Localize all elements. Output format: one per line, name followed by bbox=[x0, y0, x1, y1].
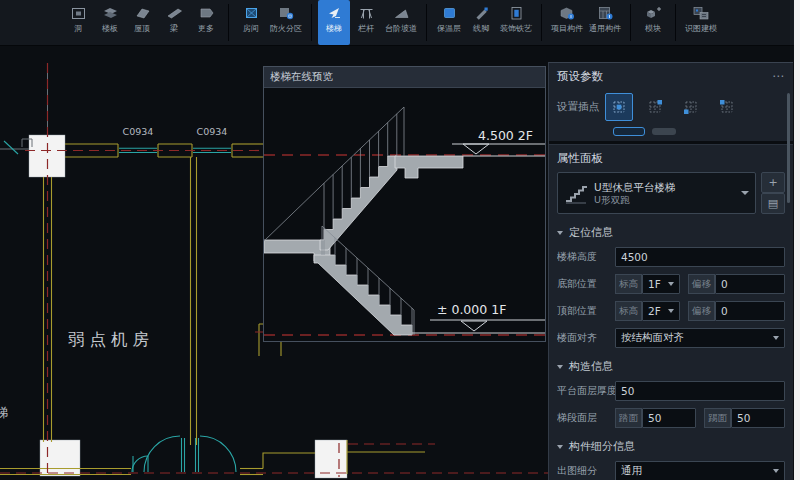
toolbar-divider bbox=[541, 4, 542, 41]
insert-point-top-right-button[interactable] bbox=[641, 93, 669, 121]
top-level-select[interactable]: 2F bbox=[642, 301, 680, 321]
stair-type-text: U型休息平台楼梯 U形双跑 bbox=[594, 181, 741, 206]
window-door-lines bbox=[4, 141, 236, 472]
toolbar-button-hole[interactable]: 洞 bbox=[62, 0, 94, 45]
toolbar-divider bbox=[675, 4, 676, 41]
top-position-row: 顶部位置 标高 2F 偏移 bbox=[557, 301, 785, 321]
molding-icon bbox=[473, 4, 490, 22]
stair-preview-window[interactable]: 楼梯在线预览 bbox=[263, 66, 546, 342]
more-icon bbox=[198, 4, 215, 22]
bottom-level-select[interactable]: 1F bbox=[642, 274, 680, 294]
platform-thickness-input[interactable] bbox=[615, 381, 785, 401]
decor-ironwork-icon bbox=[508, 4, 525, 22]
toolbar-button-cad-modeling[interactable]: 识图建模 bbox=[682, 0, 720, 45]
toolbar-button-roof[interactable]: 屋顶 bbox=[126, 0, 158, 45]
run-finish-label: 梯段面层 bbox=[557, 411, 615, 425]
toolbar-button-room[interactable]: 房间 bbox=[235, 0, 267, 45]
toolbar-button-generic-component[interactable]: 通用构件 bbox=[586, 0, 624, 45]
collapse-icon bbox=[557, 365, 563, 369]
toolbar-group-stairs: 楼梯 栏杆 台阶坡道 bbox=[314, 0, 424, 45]
type-buttons: + ▤ bbox=[761, 172, 785, 214]
bottom-offset-input[interactable] bbox=[715, 274, 785, 294]
window-tag-label: C0934 bbox=[123, 126, 154, 137]
manage-type-button[interactable]: ▤ bbox=[761, 193, 785, 214]
chevron-down-icon bbox=[668, 282, 674, 286]
toolbar-divider bbox=[630, 4, 631, 41]
toolbar-group-structure: 洞 楼板 屋顶 梁 更多 bbox=[58, 0, 226, 45]
stair-type-name: U型休息平台楼梯 bbox=[594, 181, 741, 194]
properties-panel: 预设参数 ⋯ 设置插点 属性面板 bbox=[548, 62, 793, 480]
toolbar-button-decor-ironwork[interactable]: 装饰铁艺 bbox=[497, 0, 535, 45]
stair-height-input[interactable] bbox=[615, 247, 785, 267]
toolbar-button-fire-zone[interactable]: 防火分区 bbox=[267, 0, 305, 45]
insert-point-label: 设置插点 bbox=[557, 100, 605, 114]
toolbar-button-slab[interactable]: 楼板 bbox=[94, 0, 126, 45]
toolbar-button-insulation[interactable]: 保温层 bbox=[433, 0, 465, 45]
room-icon bbox=[243, 4, 260, 22]
floor-align-row: 楼面对齐 按结构面对齐 bbox=[557, 328, 785, 348]
collapse-icon bbox=[557, 445, 563, 449]
preview-body: 4.500 2F ± 0.000 1F bbox=[264, 88, 545, 342]
toolbar-group-finish: 保温层 线脚 装饰铁艺 bbox=[429, 0, 539, 45]
section-positioning-title: 定位信息 bbox=[569, 225, 613, 240]
stair-flights bbox=[264, 156, 463, 335]
properties-title: 属性面板 bbox=[557, 151, 603, 166]
fire-zone-icon bbox=[277, 4, 295, 22]
properties-header: 属性面板 bbox=[549, 145, 793, 169]
toolbar-group-space: 房间 防火分区 bbox=[231, 0, 309, 45]
stair-type-select[interactable]: U型休息平台楼梯 U形双跑 bbox=[557, 172, 756, 214]
top-position-label: 顶部位置 bbox=[557, 304, 615, 318]
insert-point-center-button[interactable] bbox=[605, 93, 633, 121]
chevron-down-icon bbox=[773, 336, 779, 340]
insulation-icon bbox=[441, 4, 458, 22]
section-construction-title: 构造信息 bbox=[569, 359, 613, 374]
orientation-row bbox=[549, 123, 793, 136]
floor-align-select[interactable]: 按结构面对齐 bbox=[615, 328, 785, 348]
collapse-icon bbox=[557, 231, 563, 235]
column-block bbox=[40, 440, 80, 476]
slab-icon bbox=[102, 4, 119, 22]
room-name-label: 弱点机房 bbox=[68, 330, 154, 349]
project-component-icon bbox=[558, 4, 576, 22]
more-options-icon[interactable]: ⋯ bbox=[772, 69, 785, 83]
orientation-option-selected[interactable] bbox=[613, 127, 645, 136]
toolbar-button-beam[interactable]: 梁 bbox=[158, 0, 190, 45]
toolbar-button-molding[interactable]: 线脚 bbox=[465, 0, 497, 45]
application-window: 洞 楼板 屋顶 梁 更多 bbox=[0, 0, 800, 480]
offset-prefix-chip: 偏移 bbox=[688, 301, 715, 321]
stairs-icon bbox=[325, 4, 343, 22]
toolbar-button-railing[interactable]: 栏杆 bbox=[350, 0, 382, 45]
preview-title-bar[interactable]: 楼梯在线预览 bbox=[264, 67, 545, 88]
tread-input[interactable] bbox=[642, 408, 696, 428]
orientation-option[interactable] bbox=[652, 128, 676, 135]
level-1f-label: ± 0.000 1F bbox=[437, 302, 506, 317]
toolbar-button-more[interactable]: 更多 bbox=[190, 0, 222, 45]
tread-prefix-chip: 踏面 bbox=[615, 408, 642, 428]
top-offset-input[interactable] bbox=[715, 301, 785, 321]
chevron-down-icon bbox=[741, 191, 749, 195]
insert-point-bottom-left-button[interactable] bbox=[677, 93, 705, 121]
add-type-button[interactable]: + bbox=[761, 172, 785, 193]
chevron-down-icon bbox=[773, 469, 779, 473]
level-2f-label: 4.500 2F bbox=[478, 128, 533, 143]
detail-level-select[interactable]: 通用 bbox=[615, 461, 785, 480]
toolbar-group-components: 项目构件 通用构件 bbox=[544, 0, 628, 45]
section-subdivision[interactable]: 构件细分信息 bbox=[557, 439, 785, 454]
toolbar-divider bbox=[311, 4, 312, 41]
toolbar-divider bbox=[426, 4, 427, 41]
toolbar-button-project-component[interactable]: 项目构件 bbox=[548, 0, 586, 45]
toolbar-button-steps-ramp[interactable]: 台阶坡道 bbox=[382, 0, 420, 45]
insert-point-top-left-button[interactable] bbox=[713, 93, 741, 121]
stair-type-icon bbox=[564, 182, 588, 204]
clipped-room-label: 梯 bbox=[0, 405, 8, 420]
toolbar-button-module[interactable]: 模块 bbox=[637, 0, 669, 45]
stair-height-row: 楼梯高度 bbox=[557, 247, 785, 267]
toolbar-button-stairs[interactable]: 楼梯 bbox=[318, 0, 350, 45]
insert-point-row: 设置插点 bbox=[549, 87, 793, 123]
section-construction[interactable]: 构造信息 bbox=[557, 359, 785, 374]
platform-thickness-row: 平台面层厚度 bbox=[557, 381, 785, 401]
section-positioning[interactable]: 定位信息 bbox=[557, 225, 785, 240]
level-prefix-chip: 标高 bbox=[615, 301, 642, 321]
panel-scrollbar[interactable] bbox=[787, 93, 790, 203]
riser-input[interactable] bbox=[731, 408, 785, 428]
